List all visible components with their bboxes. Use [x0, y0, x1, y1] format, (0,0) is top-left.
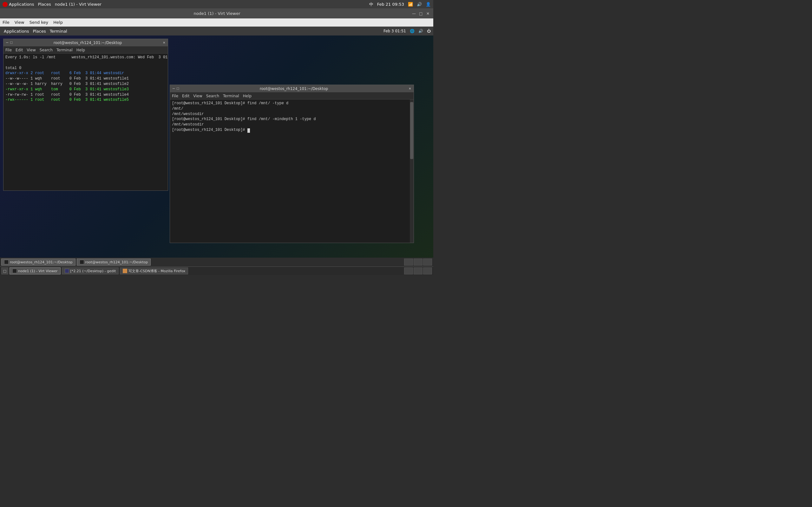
terminal-2-prompt-1: [root@westos_rh124_101 Desktop]# — [172, 101, 247, 106]
vm-desktop: — □ root@westos_rh124_101:~/Desktop ✕ Fi… — [0, 36, 433, 258]
virt-viewer-maximize-button[interactable]: □ — [419, 11, 423, 16]
red-hat-icon — [3, 2, 8, 7]
terminal-1-menu-help[interactable]: Help — [77, 48, 85, 52]
host-topbar-right: 中 Feb 21 09:53 📶 🔊 👤 — [369, 2, 431, 7]
host-datetime: Feb 21 09:53 — [377, 2, 404, 7]
terminal-2-menu-search[interactable]: Search — [206, 94, 219, 98]
terminal-2-command-1: find /mnt/ -type d — [247, 101, 289, 106]
terminal-2-menu-file[interactable]: File — [172, 94, 178, 98]
vm-taskbar: root@westos_rh124_101:~/Desktop root@wes… — [0, 258, 433, 267]
host-taskbar-btn-2-label: [*2.21 (~/Desktop) - gedit — [70, 269, 116, 273]
virt-viewer-close-button[interactable]: ✕ — [426, 11, 430, 16]
vm-taskbar-right-btn-3[interactable] — [423, 259, 432, 266]
vm-places-label[interactable]: Places — [33, 29, 46, 34]
terminal-2-prompt-2: [root@westos_rh124_101 Desktop]# — [172, 117, 247, 121]
volume-icon: 🔊 — [417, 2, 422, 7]
terminal-1-close-button[interactable]: ✕ — [163, 40, 165, 45]
file-line-5: -rw-rw-rw- 1 root root 0 Feb 3 01:41 wes… — [5, 92, 166, 98]
virt-viewer-menu-sendkey[interactable]: Send key — [30, 20, 49, 25]
terminal-2-prompt-3-line: [root@westos_rh124_101 Desktop]# — [172, 127, 409, 133]
virt-viewer-menu-view[interactable]: View — [14, 20, 24, 25]
network-icon: 中 — [369, 2, 373, 7]
vm-topbar-right: Feb 3 01:51 🌐 🔊 ⏻ — [384, 29, 431, 33]
vm-taskbar-right — [404, 259, 432, 266]
blank-line — [5, 60, 166, 66]
host-applications-label: Applications — [9, 2, 34, 7]
virt-viewer-menu-help[interactable]: Help — [53, 20, 63, 25]
terminal-window-1: — □ root@westos_rh124_101:~/Desktop ✕ Fi… — [3, 39, 168, 191]
host-taskbar-right-btn-2[interactable] — [414, 268, 422, 274]
firefox-taskbar-icon — [123, 269, 127, 273]
terminal-2-menubar: File Edit View Search Terminal Help — [170, 93, 414, 100]
cursor — [247, 128, 250, 133]
vm-datetime: Feb 3 01:51 — [384, 29, 406, 33]
terminal-2-cmd2: [root@westos_rh124_101 Desktop]# find /m… — [172, 117, 409, 122]
host-taskbar-right-btn-1[interactable] — [404, 268, 413, 274]
host-show-desktop-button[interactable]: □ — [1, 268, 8, 274]
terminal-2-out1-line2: /mnt/westosdir — [172, 112, 409, 117]
terminal-1-menu-edit[interactable]: Edit — [15, 48, 23, 52]
host-taskbar-right-btn-3[interactable] — [423, 268, 432, 274]
vm-applications-label: Applications — [4, 29, 29, 34]
vm-topbar-left: Applications Places Terminal — [3, 29, 67, 34]
host-applications-button[interactable]: Applications — [3, 2, 34, 7]
terminal-2-menu-view[interactable]: View — [193, 94, 202, 98]
vm-taskbar-btn-1[interactable]: root@westos_rh124_101:~/Desktop — [1, 259, 75, 266]
terminal-2-close-button[interactable]: ✕ — [409, 86, 411, 91]
file-line-3: --w--w--w- 1 harry harry 0 Feb 3 01:41 w… — [5, 81, 166, 87]
vm-applications-button[interactable]: Applications — [3, 29, 29, 34]
host-taskbar-right — [404, 268, 432, 274]
host-taskbar: □ node1 (1) - Virt Viewer [*2.21 (~/Desk… — [0, 267, 433, 275]
host-taskbar-btn-1-label: node1 (1) - Virt Viewer — [18, 269, 58, 273]
virt-viewer-window: node1 (1) - Virt Viewer — □ ✕ File View … — [0, 9, 433, 275]
vm-topbar: Applications Places Terminal Feb 3 01:51… — [0, 26, 433, 36]
vm-taskbar-btn-1-label: root@westos_rh124_101:~/Desktop — [10, 260, 72, 264]
terminal-taskbar-icon-1 — [4, 260, 9, 264]
terminal-2-menu-edit[interactable]: Edit — [182, 94, 189, 98]
terminal-2-menu-terminal[interactable]: Terminal — [223, 94, 239, 98]
terminal-1-minimize-button[interactable]: — — [6, 41, 8, 45]
terminal-1-titlebar: — □ root@westos_rh124_101:~/Desktop ✕ — [3, 39, 168, 47]
terminal-2-command-2: find /mnt/ -mindepth 1 -type d — [247, 117, 316, 121]
file-line-4: -rwxr-xr-x 1 wqh tom 0 Feb 3 01:41 westo… — [5, 87, 166, 92]
terminal-1-menu-search[interactable]: Search — [40, 48, 53, 52]
host-taskbar-btn-1[interactable]: node1 (1) - Virt Viewer — [9, 268, 61, 274]
terminal-2-minimize-button[interactable]: — — [172, 87, 175, 91]
vm-taskbar-right-btn-1[interactable] — [404, 259, 413, 266]
virt-viewer-titlebar: node1 (1) - Virt Viewer — □ ✕ — [0, 9, 433, 18]
user-icon: 👤 — [426, 2, 431, 7]
virt-viewer-minimize-button[interactable]: — — [412, 11, 416, 16]
vm-terminal-label[interactable]: Terminal — [50, 29, 67, 34]
host-taskbar-btn-3-label: 写文章-CSDN博客 - Mozilla Firefox — [129, 269, 185, 274]
terminal-1-menu-file[interactable]: File — [5, 48, 12, 52]
vm-volume-icon: 🔊 — [418, 29, 423, 33]
show-desktop-icon: □ — [3, 269, 6, 273]
terminal-2-prompt-3: [root@westos_rh124_101 Desktop]# — [172, 128, 247, 132]
virt-viewer-taskbar-icon — [12, 269, 17, 273]
vm-power-icon: ⏻ — [427, 29, 431, 33]
terminal-1-body[interactable]: Every 1.0s: ls -l /mnt westos_rh124_101.… — [3, 54, 168, 190]
file-line-1: drwxr-xr-x 2 root root 6 Feb 3 01:44 wes… — [5, 71, 166, 76]
host-places-label[interactable]: Places — [38, 2, 51, 7]
terminal-1-menu-terminal[interactable]: Terminal — [56, 48, 72, 52]
watch-header: Every 1.0s: ls -l /mnt westos_rh124_101.… — [5, 55, 166, 60]
host-taskbar-btn-3[interactable]: 写文章-CSDN博客 - Mozilla Firefox — [120, 268, 188, 274]
terminal-2-body[interactable]: [root@westos_rh124_101 Desktop]# find /m… — [170, 100, 414, 243]
vm-taskbar-btn-2[interactable]: root@westos_rh124_101:~/Desktop — [77, 259, 151, 266]
virt-viewer-title: node1 (1) - Virt Viewer — [22, 11, 412, 16]
total-line: total 0 — [5, 66, 166, 71]
file-line-2: --w--w---- 1 wqh root 0 Feb 3 01:41 west… — [5, 76, 166, 81]
terminal-1-title: root@westos_rh124_101:~/Desktop — [12, 41, 163, 45]
host-taskbar-btn-2[interactable]: [*2.21 (~/Desktop) - gedit — [62, 268, 119, 274]
terminal-1-menu-view[interactable]: View — [27, 48, 36, 52]
gedit-taskbar-icon — [65, 269, 69, 273]
terminal-2-scroll-thumb[interactable] — [410, 102, 413, 159]
terminal-2-maximize-button[interactable]: □ — [177, 87, 179, 91]
terminal-2-scrollbar[interactable] — [410, 100, 414, 243]
vm-taskbar-right-btn-2[interactable] — [414, 259, 422, 266]
terminal-1-maximize-button[interactable]: □ — [10, 41, 12, 45]
terminal-2-menu-help[interactable]: Help — [243, 94, 252, 98]
terminal-window-2: — □ root@westos_rh124_101:~/Desktop ✕ Fi… — [170, 84, 414, 243]
virt-viewer-menu-file[interactable]: File — [3, 20, 9, 25]
terminal-taskbar-icon-2 — [80, 260, 84, 264]
